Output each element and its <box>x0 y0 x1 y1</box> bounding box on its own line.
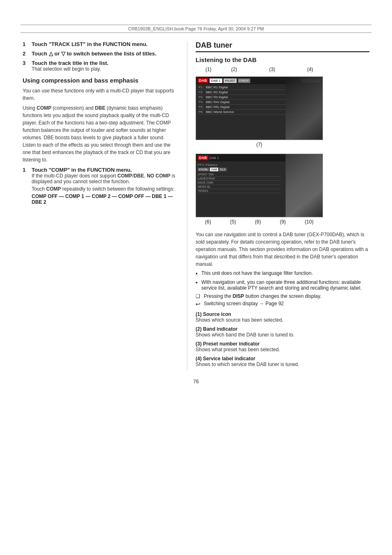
step-2: 2 Touch △ or ▽ to switch between the lis… <box>23 51 179 57</box>
step-3-body: That selection will begin to play. <box>32 66 179 72</box>
indicator-2: (2) Band indicator Shows which band the … <box>196 326 369 338</box>
screen2-area: DAB DAB 1 SRV:CLBL1 PTY: Finance ENSBL D… <box>196 154 369 225</box>
screen2-item-4: NEWS BL <box>198 185 281 189</box>
step-2-number: 2 <box>23 51 30 57</box>
indicator-4: (4) Service label indicator Shows to whi… <box>196 356 369 367</box>
screen2-item-3: RACE CMM <box>198 181 281 185</box>
listening-subtitle: Listening to the DAB <box>196 56 369 63</box>
label-4: (4) <box>307 67 313 72</box>
compression-title: Using compression and bass emphasis <box>23 77 179 84</box>
screen1-tab-dab1: DAB 1 <box>210 78 222 83</box>
step-1: 1 Touch "TRACK LIST" in the FUNCTION men… <box>23 41 179 47</box>
compression-body2: Using COMP (compression) and DBE (dynami… <box>23 104 179 164</box>
label-6: (6) <box>205 219 211 225</box>
step-1-number: 1 <box>23 41 30 47</box>
step-2-title: Touch △ or ▽ to switch between the lists… <box>32 51 179 57</box>
label-9: (9) <box>280 219 286 225</box>
indicator-2-title: (2) Band indicator <box>196 326 369 332</box>
comp-step-1-title: Touch "COMP" in the FUNCTION menu. <box>32 167 179 173</box>
bullet-1-text: This unit does not have the language fil… <box>201 270 313 277</box>
bullet-1: • This unit does not have the language f… <box>196 270 369 277</box>
comp-step-1-body2: Touch COMP repeatedly to switch between … <box>32 186 179 192</box>
screen2-source-icon: DAB <box>198 155 208 160</box>
screen2-band: DAB 1 <box>210 156 219 160</box>
screen1-tab-plist: P/LIST <box>224 78 237 83</box>
step-1-title: Touch "TRACK LIST" in the FUNCTION menu. <box>32 41 179 47</box>
indicator-3-body: Shows what preset has been selected. <box>196 347 369 352</box>
comp-step-1: 1 Touch "COMP" in the FUNCTION menu. If … <box>23 167 179 207</box>
screen2-left-panel: PTY: Finance ENSBL DAB DLS SPORT TRK LAD… <box>196 161 282 217</box>
screen2-pty: PTY: Finance <box>198 163 281 167</box>
indicator-1: (1) Source icon Shows which source has b… <box>196 311 369 323</box>
source-icon: DAB <box>198 78 208 83</box>
screen2-body: PTY: Finance ENSBL DAB DLS SPORT TRK LAD… <box>196 161 323 217</box>
label-10: (10) <box>305 219 314 225</box>
screen2-right-image <box>286 154 323 217</box>
square-symbol: ❑ <box>196 293 204 299</box>
label-1: (1) <box>205 67 212 72</box>
dab-body-text: You can use navigation unit to control a… <box>196 231 369 268</box>
arrow-item-1: ❑ Pressing the DISP button changes the s… <box>196 293 369 299</box>
page-number: 76 <box>0 379 392 385</box>
indicator-4-title: (4) Service label indicator <box>196 356 369 362</box>
screen1-extra-tab: P.RDY <box>238 78 250 83</box>
left-column: 1 Touch "TRACK LIST" in the FUNCTION men… <box>23 41 187 371</box>
label-8: (8) <box>255 219 261 225</box>
label-3: (3) <box>269 67 275 72</box>
label-5: (5) <box>230 219 236 225</box>
comp-step-1-number: 1 <box>23 167 30 207</box>
indicator-1-title: (1) Source icon <box>196 311 369 317</box>
bullet-dot-1: • <box>196 270 201 277</box>
bullet-2: • With navigation unit, you can operate … <box>196 279 369 291</box>
screen2-item-1: SPORT TRK <box>198 173 281 177</box>
file-info-text: CRB1903B_ENGLISH.book Page 76 Friday, Ap… <box>128 26 264 31</box>
screen2-image: DAB DAB 1 SRV:CLBL1 PTY: Finance ENSBL D… <box>196 154 323 217</box>
arrow-item-1-text: Pressing the DISP button changes the scr… <box>204 293 321 299</box>
screen1-area: (1) (2) (3) (4) DAB DAB 1 P/LIST P.RDY S… <box>196 67 369 147</box>
screen2-labels: (6) (5) (8) (9) (10) <box>196 219 323 225</box>
arrow-item-2: ↩ Switching screen display → Page 92 <box>196 301 369 307</box>
screen2-item-5: TENNIS <box>198 189 281 193</box>
indicator-4-body: Shows to which service the DAB tuner is … <box>196 362 369 367</box>
comp-sequence: COMP OFF — COMP 1 — COMP 2 — COMP OFF — … <box>32 193 179 205</box>
indicators-section: (1) Source icon Shows which source has b… <box>196 311 369 367</box>
step-3-title: Touch the track title in the list. <box>32 60 179 66</box>
screen2-item-2: LADIES RNG <box>198 177 281 181</box>
dab-tuner-title: DAB tuner <box>196 41 369 52</box>
bullet-dot-2: • <box>196 279 201 291</box>
file-info-bar: CRB1903B_ENGLISH.book Page 76 Friday, Ap… <box>21 25 371 33</box>
compression-body1: You can use these functions only with a … <box>23 87 179 102</box>
return-arrow-symbol: ↩ <box>196 301 204 307</box>
indicator-3: (3) Preset number indicator Shows what p… <box>196 341 369 352</box>
compression-section: Using compression and bass emphasis You … <box>23 77 179 207</box>
label-2: (2) <box>231 67 237 72</box>
screen2-tab-ensbl: ENSBL <box>198 168 210 171</box>
screen1-right-image <box>286 77 323 140</box>
screen1-labels: (1) (2) (3) (4) <box>196 67 323 72</box>
comp-step-1-body1: If the multi-CD player does not support … <box>32 173 179 184</box>
screen1-label-7: (7) <box>196 142 323 147</box>
screen2-tabs: ENSBL DAB DLS <box>198 168 281 171</box>
screen2-tab-dab: DAB <box>210 168 218 171</box>
screen2-tab-dls: DLS <box>219 168 227 171</box>
screen1-image: DAB DAB 1 P/LIST P.RDY SRV:CLBL1 P1: BBC… <box>196 76 323 140</box>
step-3-number: 3 <box>23 60 30 72</box>
step-3: 3 Touch the track title in the list. Tha… <box>23 60 179 72</box>
indicator-1-body: Shows which source has been selected. <box>196 317 369 323</box>
indicator-3-title: (3) Preset number indicator <box>196 341 369 347</box>
right-column: DAB tuner Listening to the DAB (1) (2) (… <box>187 41 369 371</box>
indicator-2-body: Shows which band the DAB tuner is tuned … <box>196 332 369 338</box>
arrow-item-2-text: Switching screen display → Page 92 <box>204 301 284 306</box>
bullet-2-text: With navigation unit, you can operate th… <box>201 279 369 291</box>
screen1-body: P1: BBC R1 Digital P2: BBC R2 Digital P3… <box>196 84 323 140</box>
